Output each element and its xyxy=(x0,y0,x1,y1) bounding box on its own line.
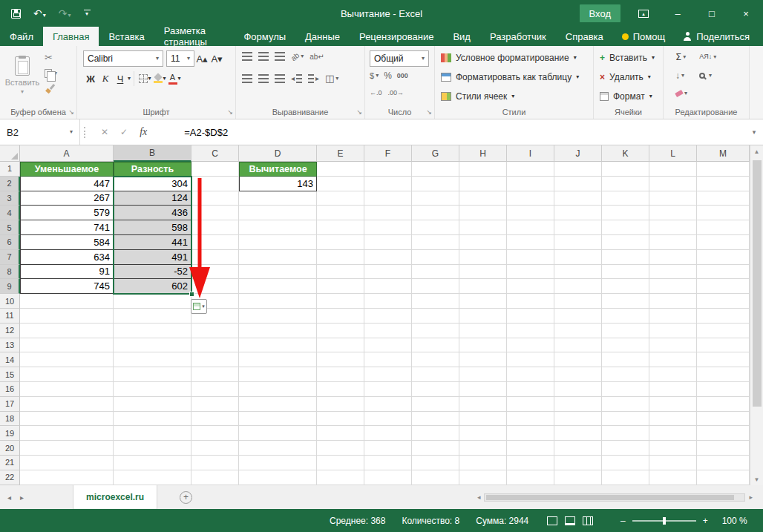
cell-M20[interactable] xyxy=(697,441,750,456)
cell-L7[interactable] xyxy=(649,250,697,265)
cell-J9[interactable] xyxy=(554,279,602,294)
row-header-22[interactable]: 22 xyxy=(0,470,20,485)
merge-center-button[interactable]: ◫▾ xyxy=(325,73,338,84)
cell-B16[interactable] xyxy=(114,382,191,397)
cell-B11[interactable] xyxy=(114,309,191,324)
ribbon-display-options-button[interactable]: ▴ xyxy=(626,0,661,27)
row-header-7[interactable]: 7 xyxy=(0,250,20,265)
cell-H20[interactable] xyxy=(459,441,507,456)
cell-C20[interactable] xyxy=(191,441,239,456)
percent-format-button[interactable]: % xyxy=(384,70,392,81)
cell-J4[interactable] xyxy=(554,206,602,220)
cell-D13[interactable] xyxy=(239,338,317,353)
cell-I12[interactable] xyxy=(507,324,554,338)
cell-C16[interactable] xyxy=(191,382,239,397)
cell-C3[interactable] xyxy=(191,191,239,206)
decrease-decimal-button[interactable]: .00→ xyxy=(388,89,405,96)
decrease-font-button[interactable]: А▾ xyxy=(209,50,224,67)
decrease-indent-button[interactable]: ◂ xyxy=(291,74,302,83)
cell-H11[interactable] xyxy=(459,309,507,324)
cell-D7[interactable] xyxy=(239,250,317,265)
cell-M21[interactable] xyxy=(697,456,750,470)
cell-A20[interactable] xyxy=(20,441,114,456)
cell-M12[interactable] xyxy=(697,324,750,338)
column-header-I[interactable]: I xyxy=(507,145,554,162)
cell-C12[interactable] xyxy=(191,324,239,338)
cell-H7[interactable] xyxy=(459,250,507,265)
format-cells-button[interactable]: Формат▾ xyxy=(600,88,652,105)
cell-L8[interactable] xyxy=(649,265,697,280)
cell-L11[interactable] xyxy=(649,309,697,324)
cell-B12[interactable] xyxy=(114,324,191,338)
tab-view[interactable]: Вид xyxy=(443,27,480,46)
cell-J12[interactable] xyxy=(554,324,602,338)
cell-B5[interactable]: 598 xyxy=(114,220,191,235)
wrap-text-button[interactable]: ab↵ xyxy=(310,53,324,61)
zoom-out-button[interactable]: – xyxy=(620,516,626,526)
cell-E4[interactable] xyxy=(317,206,364,220)
cell-H10[interactable] xyxy=(459,294,507,309)
cell-L13[interactable] xyxy=(649,338,697,353)
cell-M17[interactable] xyxy=(697,397,750,412)
row-header-1[interactable]: 1 xyxy=(0,162,20,177)
column-header-M[interactable]: M xyxy=(697,145,750,162)
cell-K16[interactable] xyxy=(602,382,649,397)
cell-A6[interactable]: 584 xyxy=(20,235,114,250)
tab-developer[interactable]: Разработчик xyxy=(480,27,556,46)
cell-A3[interactable]: 267 xyxy=(20,191,114,206)
cell-G4[interactable] xyxy=(412,206,459,220)
cut-button[interactable]: ✂ xyxy=(45,52,57,63)
cell-F13[interactable] xyxy=(364,338,412,353)
sort-filter-button[interactable]: АЯ↓▾ xyxy=(699,53,716,60)
cell-H1[interactable] xyxy=(459,162,507,177)
cell-M1[interactable] xyxy=(697,162,750,177)
cell-C1[interactable] xyxy=(191,162,239,177)
cell-A19[interactable] xyxy=(20,426,114,441)
cell-J16[interactable] xyxy=(554,382,602,397)
cell-M11[interactable] xyxy=(697,309,750,324)
cell-E11[interactable] xyxy=(317,309,364,324)
cell-A10[interactable] xyxy=(20,294,114,309)
namebox-resize-handle[interactable] xyxy=(80,119,89,145)
cell-D17[interactable] xyxy=(239,397,317,412)
cell-J6[interactable] xyxy=(554,235,602,250)
cell-G7[interactable] xyxy=(412,250,459,265)
cell-D1[interactable]: Вычитаемое xyxy=(239,162,317,177)
clear-button[interactable]: ▾ xyxy=(675,91,687,96)
cell-M2[interactable] xyxy=(697,177,750,191)
cell-D11[interactable] xyxy=(239,309,317,324)
cell-K9[interactable] xyxy=(602,279,649,294)
cell-K21[interactable] xyxy=(602,456,649,470)
cell-L18[interactable] xyxy=(649,412,697,427)
orientation-button[interactable]: ab▾ xyxy=(291,53,304,61)
cell-E12[interactable] xyxy=(317,324,364,338)
cell-G8[interactable] xyxy=(412,265,459,280)
cell-E18[interactable] xyxy=(317,412,364,427)
cell-C9[interactable] xyxy=(191,279,239,294)
cell-C8[interactable] xyxy=(191,265,239,280)
cell-G12[interactable] xyxy=(412,324,459,338)
cell-G10[interactable] xyxy=(412,294,459,309)
maximize-button[interactable]: □ xyxy=(695,0,729,27)
number-format-select[interactable]: Общий▾ xyxy=(370,50,429,67)
cell-E5[interactable] xyxy=(317,220,364,235)
thousands-format-button[interactable]: 000 xyxy=(397,72,408,79)
cell-I21[interactable] xyxy=(507,456,554,470)
column-header-C[interactable]: C xyxy=(191,145,239,162)
cell-C14[interactable] xyxy=(191,352,239,367)
cell-I1[interactable] xyxy=(507,162,554,177)
cell-H8[interactable] xyxy=(459,265,507,280)
fill-color-button[interactable]: ▾ xyxy=(152,70,167,87)
page-break-view-button[interactable] xyxy=(583,516,593,525)
tab-page-layout[interactable]: Разметка страницы xyxy=(154,27,235,46)
cell-K20[interactable] xyxy=(602,441,649,456)
cell-I2[interactable] xyxy=(507,177,554,191)
cell-E13[interactable] xyxy=(317,338,364,353)
row-header-21[interactable]: 21 xyxy=(0,456,20,470)
formula-input[interactable]: =A2-$D$2 xyxy=(159,119,745,145)
cell-J8[interactable] xyxy=(554,265,602,280)
cell-E21[interactable] xyxy=(317,456,364,470)
cell-F10[interactable] xyxy=(364,294,412,309)
cell-L3[interactable] xyxy=(649,191,697,206)
cell-F3[interactable] xyxy=(364,191,412,206)
